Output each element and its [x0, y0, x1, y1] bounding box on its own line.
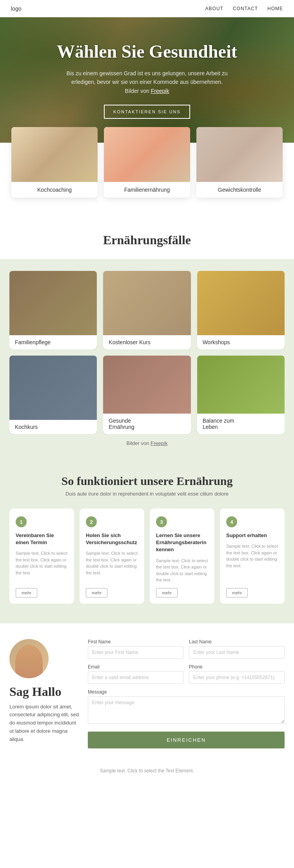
grid-item-kochkurs: Kochkurs [9, 356, 97, 434]
form-name-row: First Name Last Name [88, 639, 285, 659]
freepik-link[interactable]: Freepik [151, 440, 167, 446]
firstname-label: First Name [88, 639, 183, 645]
form-group-phone: Phone [189, 664, 285, 684]
how-card-title-4: Support erhalten [226, 532, 267, 539]
how-card-title-1: Vereinbaren Sie einen Termin [16, 532, 68, 546]
navbar: logo ABOUT CONTACT HOME [0, 0, 294, 17]
how-num-3: 3 [156, 516, 167, 527]
grid-item-kurs: Kostenloser Kurs [103, 271, 191, 349]
nav-links: ABOUT CONTACT HOME [205, 6, 283, 11]
grid-label-2: Kostenloser Kurs [103, 335, 191, 349]
card-kochcoaching: Kochcoaching [11, 127, 98, 198]
how-card-2: 2 Holen Sie sich Versicherungsschutz Sam… [80, 508, 144, 604]
email-label: Email [88, 664, 183, 670]
how-card-title-2: Holen Sie sich Versicherungsschutz [86, 532, 138, 546]
logo: logo [11, 5, 21, 12]
avatar-image [15, 645, 43, 678]
how-card-text-4: Sample text. Click to select the text bo… [226, 543, 278, 583]
how-card-text-3: Sample text. Click to select the text bo… [156, 557, 208, 583]
hero-title: Wählen Sie Gesundheit [57, 41, 237, 62]
how-card-text-2: Sample text. Click to select the text bo… [86, 550, 138, 583]
phone-input[interactable] [189, 671, 285, 684]
form-message-row: Message [88, 689, 285, 724]
grid-item-balance: Balance zumLeben [197, 356, 285, 434]
how-num-4: 4 [226, 516, 237, 527]
card-img-family [104, 127, 190, 182]
how-card-btn-2[interactable]: mehr [86, 588, 107, 597]
nav-contact[interactable]: CONTACT [233, 6, 258, 11]
form-group-lastname: Last Name [189, 639, 285, 659]
card-label-familienernährung: Familienernährung [104, 182, 190, 198]
ernaehrung-grid: Familienpflege Kostenloser Kurs Workshop… [9, 271, 285, 434]
card-gewichtskontrolle: Gewichtskontrolle [196, 127, 283, 198]
form-contact-row: Email Phone [88, 664, 285, 684]
grid-label-3: Workshops [197, 335, 285, 349]
contact-left: Sag Hallo Lorem ipsum dolor sit amet, co… [9, 639, 88, 748]
contact-avatar [9, 639, 49, 678]
card-familienernährung: Familienernährung [104, 127, 190, 198]
email-input[interactable] [88, 671, 183, 684]
contact-section: Sag Hallo Lorem ipsum dolor sit amet, co… [0, 623, 294, 764]
how-num-1: 1 [16, 516, 27, 527]
phone-label: Phone [189, 664, 285, 670]
footer-note: Sample text. Click to select the Text El… [0, 764, 294, 777]
card-img-cooking [11, 127, 98, 182]
nav-home[interactable]: HOME [267, 6, 283, 11]
nav-about[interactable]: ABOUT [205, 6, 223, 11]
grid-label-4: Kochkurs [9, 420, 97, 434]
grid-item-familienpflege: Familienpflege [9, 271, 97, 349]
contact-form: First Name Last Name Email Phone Message [88, 639, 285, 748]
lastname-input[interactable] [189, 646, 285, 659]
card-label-kochcoaching: Kochcoaching [11, 182, 98, 198]
hero-section: Wählen Sie Gesundheit Bis zu einem gewis… [0, 17, 294, 143]
message-label: Message [88, 689, 285, 695]
grid-label-1: Familienpflege [9, 335, 97, 349]
card-img-woman [196, 127, 283, 182]
ernaehrung-title: Ernährungsfälle [0, 233, 294, 247]
grid-item-workshops: Workshops [197, 271, 285, 349]
form-group-email: Email [88, 664, 183, 684]
how-title: So funktioniert unsere Ernährung [9, 474, 285, 488]
how-subtitle: Duis aute irure dolor in reprehendent in… [9, 491, 285, 497]
hero-description: Bis zu einem gewissen Grad ist es uns ge… [65, 69, 229, 95]
grid-item-gesunde: GesundeErnährung [103, 356, 191, 434]
how-card-btn-1[interactable]: mehr [16, 588, 37, 597]
message-input[interactable] [88, 696, 285, 724]
contact-button[interactable]: KONTAKTIEREN SIE UNS [104, 105, 190, 119]
how-section: So funktioniert unsere Ernährung Duis au… [0, 459, 294, 623]
grid-label-5: GesundeErnährung [103, 414, 191, 434]
how-cards: 1 Vereinbaren Sie einen Termin Sample te… [9, 508, 285, 604]
hero-content: Wählen Sie Gesundheit Bis zu einem gewis… [57, 41, 237, 119]
submit-button[interactable]: EINREICHEN [88, 732, 285, 748]
how-card-3: 3 Lernen Sie unsere Ernährungsberaterin … [150, 508, 214, 604]
freepik-attribution: Bilder von Freepik [9, 440, 285, 446]
card-label-gewichtskontrolle: Gewichtskontrolle [196, 182, 283, 198]
lastname-label: Last Name [189, 639, 285, 645]
how-card-1: 1 Vereinbaren Sie einen Termin Sample te… [9, 508, 74, 604]
service-cards: Kochcoaching Familienernährung Gewichtsk… [0, 127, 294, 198]
how-card-title-3: Lernen Sie unsere Ernährungsberaterin ke… [156, 532, 208, 554]
how-card-4: 4 Support erhalten Sample text. Click to… [220, 508, 285, 604]
how-card-btn-4[interactable]: mehr [226, 588, 248, 597]
how-num-2: 2 [86, 516, 97, 527]
how-card-btn-3[interactable]: mehr [156, 588, 178, 597]
grid-label-6: Balance zumLeben [197, 414, 285, 434]
contact-greeting: Sag Hallo [9, 685, 80, 699]
ernaehrung-section: Familienpflege Kostenloser Kurs Workshop… [0, 259, 294, 459]
contact-description: Lorem ipsum dolor sit amet, consectetur … [9, 703, 80, 744]
form-group-message: Message [88, 689, 285, 724]
footer-text: Sample text. Click to select the Text El… [100, 768, 194, 774]
firstname-input[interactable] [88, 646, 183, 659]
form-group-firstname: First Name [88, 639, 183, 659]
how-card-text-1: Sample text. Click to select the text bo… [16, 550, 68, 583]
